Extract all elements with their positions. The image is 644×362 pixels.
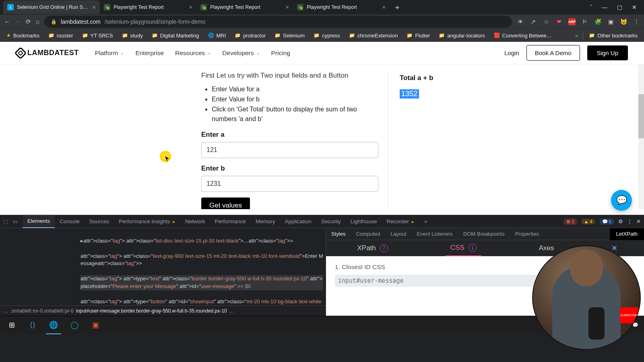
login-link[interactable]: Login	[504, 49, 519, 56]
devtools-close-icon[interactable]: ✕	[636, 218, 641, 224]
bookmark-item[interactable]: ★Bookmarks	[3, 31, 43, 40]
tabsearch-icon[interactable]: ˇ	[590, 4, 592, 10]
breadcrumb-ellipsis[interactable]: …	[3, 308, 8, 314]
browser-tab-1[interactable]: 🎭 Playwright Test Report ×	[100, 0, 196, 14]
nav-enterprise[interactable]: Enterprise	[135, 49, 164, 57]
dom-tree[interactable]: ▸attr">class="tag"> attr">class="list-di…	[0, 228, 326, 305]
letxpath-tab[interactable]: LetXPath	[610, 228, 644, 240]
dom-line[interactable]: attr">class="tag"> attr">class="text-gra…	[80, 253, 323, 268]
browser-tab-2[interactable]: 🎭 Playwright Test Report ×	[196, 0, 293, 14]
error-count-badge[interactable]: ⊗2	[564, 218, 577, 225]
nav-platform[interactable]: Platform⌄	[95, 49, 124, 57]
styles-tab-styles[interactable]: Styles	[326, 228, 351, 240]
element-picker-icon[interactable]: ⬚	[3, 218, 8, 224]
incognito-eye-icon[interactable]: 👁	[517, 18, 524, 25]
devtools-tab-lighthouse[interactable]: Lighthouse	[345, 215, 382, 228]
styles-tab-props[interactable]: Properties	[510, 228, 544, 240]
sidepanel-icon[interactable]: ▣	[607, 18, 614, 25]
taskbar-circle-app[interactable]: ◯	[64, 316, 85, 334]
back-button[interactable]: ←	[4, 18, 10, 25]
devtools-tab-performance[interactable]: Performance	[210, 215, 251, 228]
devtools-tab-memory[interactable]: Memory	[251, 215, 280, 228]
devtools-tab-recorder[interactable]: Recorder▲	[382, 215, 419, 228]
share-icon[interactable]: ↗	[530, 18, 537, 25]
device-toggle-icon[interactable]: ▭	[13, 218, 18, 224]
letxpath-tools-icon[interactable]: ✕	[611, 244, 617, 253]
ext-abp-icon[interactable]: ABP	[568, 18, 576, 25]
warning-count-badge[interactable]: ▲4	[581, 219, 595, 224]
start-button[interactable]: ⊞	[2, 316, 22, 334]
styles-tab-domb[interactable]: DOM Breakpoints	[458, 228, 510, 240]
browser-tab-3[interactable]: 🎭 Playwright Test Report ×	[293, 0, 390, 14]
scrollbar-thumb[interactable]	[638, 94, 644, 138]
dom-line[interactable]: ▸attr">class="tag"> attr">class="list-di…	[80, 237, 323, 245]
bookmark-item[interactable]: 📁study	[119, 31, 146, 40]
bookmark-item[interactable]: 📁YT SRCS	[79, 31, 116, 40]
nav-pricing[interactable]: Pricing	[271, 49, 290, 57]
devtools-tab-network[interactable]: Network	[180, 215, 210, 228]
bookmark-item[interactable]: 📁cypress	[310, 31, 343, 40]
input-b[interactable]	[201, 176, 378, 192]
devtools-tab-sources[interactable]: Sources	[85, 215, 114, 228]
letxpath-tab-xpath[interactable]: XPath7	[352, 240, 392, 256]
maximize-button[interactable]: ▢	[617, 4, 622, 10]
dom-breadcrumb[interactable]: … .smtablet\:mr-0.smtablet\:pr-0 input#u…	[0, 305, 326, 316]
styles-tab-layout[interactable]: Layout	[385, 228, 411, 240]
dom-line[interactable]: attr">class="tag"> attr">type="button" a…	[80, 298, 323, 305]
devtools-tab-elements[interactable]: Elements	[23, 215, 55, 228]
nav-developers[interactable]: Developers⌄	[222, 49, 260, 57]
star-icon[interactable]: ☆	[543, 18, 550, 25]
taskbar-recorder[interactable]: ▣	[85, 316, 105, 334]
bookmark-item[interactable]: 📁Digital Marketing	[149, 31, 202, 40]
nav-resources[interactable]: Resources⌄	[175, 49, 211, 57]
other-bookmarks[interactable]: 📁Other bookmarks	[586, 31, 641, 40]
letxpath-tab-css[interactable]: CSS1	[446, 240, 481, 256]
signup-button[interactable]: Sign Up	[587, 45, 628, 60]
profile-avatar[interactable]: 😺	[620, 18, 627, 25]
forward-button[interactable]: →	[15, 18, 21, 25]
ext-flag-icon[interactable]: 🏳	[581, 18, 588, 25]
bookmark-item[interactable]: 🌐MRI	[205, 31, 229, 40]
book-demo-button[interactable]: Book A Demo	[526, 45, 580, 61]
home-button[interactable]: ⌂	[36, 18, 39, 25]
bookmark-item[interactable]: 📁Selenium	[271, 31, 308, 40]
taskbar-chrome[interactable]: 🌐	[43, 316, 64, 334]
ext-heart-icon[interactable]: ❤	[555, 18, 563, 25]
bookmark-item[interactable]: 📁rooster	[45, 31, 76, 40]
info-count-badge[interactable]: 💬5	[599, 218, 614, 225]
bookmark-item[interactable]: 📁protractor	[231, 31, 269, 40]
extensions-icon[interactable]: 🧩	[594, 18, 601, 25]
bookmark-item[interactable]: 📁Flutter	[403, 31, 433, 40]
close-icon[interactable]: ×	[189, 4, 192, 10]
devtools-tab-security[interactable]: Security	[316, 215, 346, 228]
styles-tab-event[interactable]: Event Listeners	[411, 228, 458, 240]
chat-widget-button[interactable]: 💬	[611, 190, 632, 211]
dom-line-selected[interactable]: attr">class="tag"> attr">type="text" att…	[80, 275, 323, 290]
breadcrumb-seg-active[interactable]: input#user-message.border.border-gray-55…	[76, 308, 227, 314]
devtools-tab-more[interactable]: »	[419, 215, 432, 228]
close-icon[interactable]: ×	[382, 4, 386, 10]
bookmarks-overflow-icon[interactable]: »	[575, 33, 580, 39]
get-values-button[interactable]: Get values	[201, 197, 250, 209]
devtools-tab-console[interactable]: Console	[55, 215, 85, 228]
devtools-tab-application[interactable]: Application	[280, 215, 316, 228]
taskbar-vscode[interactable]: ⟨⟩	[23, 316, 43, 334]
breadcrumb-ellipsis[interactable]: …	[229, 308, 234, 314]
devtools-menu-icon[interactable]: ⋮	[627, 218, 632, 224]
close-icon[interactable]: ×	[286, 4, 289, 10]
bookmark-item[interactable]: 📁chromeExtension	[346, 31, 401, 40]
bookmark-item[interactable]: 📁angular-locators	[436, 31, 488, 40]
styles-tab-computed[interactable]: Computed	[351, 228, 385, 240]
browser-tab-0[interactable]: λ Selenium Grid Online | Run Selen ×	[3, 0, 100, 14]
input-a[interactable]	[201, 142, 378, 158]
new-tab-button[interactable]: ＋	[390, 2, 405, 12]
bookmark-item[interactable]: 🟥Converting Betwee…	[491, 31, 555, 40]
devtools-settings-icon[interactable]: ⚙	[618, 218, 623, 224]
close-icon[interactable]: ×	[93, 4, 96, 10]
chrome-menu-icon[interactable]: ⋮	[633, 18, 640, 25]
address-bar[interactable]: 🔒 lambdatest.com/selenium-playground/sim…	[44, 16, 512, 28]
breadcrumb-seg[interactable]: .smtablet\:mr-0.smtablet\:pr-0	[10, 308, 74, 314]
letxpath-tab-axes[interactable]: Axes	[534, 240, 559, 256]
close-window-button[interactable]: ✕	[632, 4, 637, 10]
reload-button[interactable]: ⟳	[26, 18, 31, 25]
